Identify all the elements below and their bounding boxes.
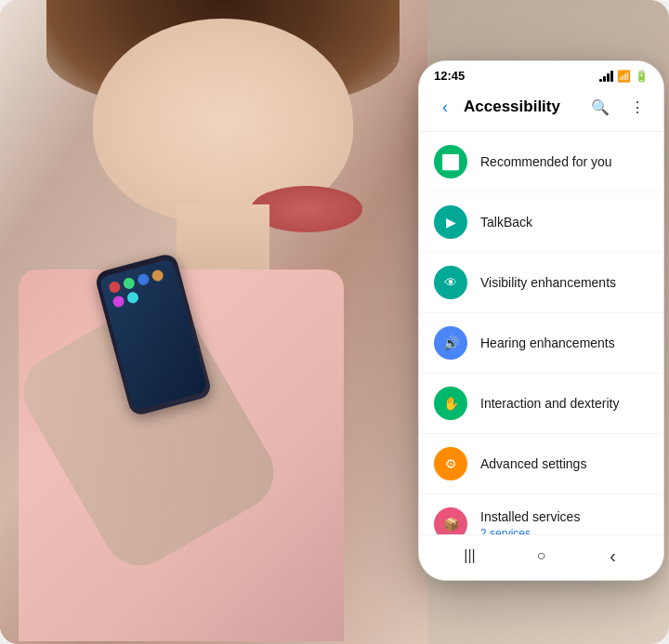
back-nav-icon: ‹ xyxy=(610,545,616,567)
person-photo xyxy=(0,0,427,644)
menu-item-talkback[interactable]: ▶ TalkBack xyxy=(419,192,663,253)
advanced-icon: ⚙ xyxy=(434,447,467,480)
face xyxy=(93,19,353,223)
header: ‹ Accessibility 🔍 ⋮ xyxy=(419,86,663,132)
menu-item-hearing[interactable]: 🔊 Hearing enhancements xyxy=(419,313,663,374)
installed-icon-char: 📦 xyxy=(443,517,459,532)
installed-icon: 📦 xyxy=(434,507,467,534)
dot-pink xyxy=(112,295,125,309)
background: 12:45 📶 🔋 ‹ Accessibility xyxy=(0,0,669,644)
back-nav-button[interactable]: ‹ xyxy=(602,545,624,567)
menu-item-installed[interactable]: 📦 Installed services 2 services xyxy=(419,494,663,534)
page-title: Accessibility xyxy=(464,98,585,116)
home-icon: ○ xyxy=(537,547,546,564)
advanced-content: Advanced settings xyxy=(480,455,649,472)
signal-icon xyxy=(599,71,613,82)
advanced-label: Advanced settings xyxy=(480,455,649,472)
visibility-label: Visibility enhancements xyxy=(480,274,649,291)
recommended-icon: ♿ xyxy=(434,145,467,178)
wifi-icon: 📶 xyxy=(617,70,631,83)
hearing-icon: 🔊 xyxy=(434,326,467,360)
installed-content: Installed services 2 services xyxy=(480,508,649,534)
menu-item-interaction[interactable]: ✋ Interaction and dexterity xyxy=(419,374,663,434)
menu-item-recommended[interactable]: ♿ Recommended for you xyxy=(419,132,663,192)
interaction-icon: ✋ xyxy=(434,387,467,420)
talkback-icon-char: ▶ xyxy=(446,215,456,230)
signal-bar-3 xyxy=(607,73,610,82)
back-button[interactable]: ‹ xyxy=(430,92,460,122)
talkback-icon: ▶ xyxy=(434,205,467,239)
interaction-icon-char: ✋ xyxy=(443,396,459,411)
interaction-content: Interaction and dexterity xyxy=(480,395,649,412)
talkback-label: TalkBack xyxy=(480,214,649,230)
battery-icon: 🔋 xyxy=(635,70,649,83)
signal-bar-4 xyxy=(610,71,613,82)
more-icon: ⋮ xyxy=(630,99,645,116)
status-time: 12:45 xyxy=(434,69,465,83)
header-actions: 🔍 ⋮ xyxy=(585,92,652,122)
dot-blue xyxy=(137,272,151,286)
recommended-content: Recommended for you xyxy=(480,153,649,170)
nav-bar: ||| ○ ‹ xyxy=(419,534,663,580)
dot-cyan xyxy=(126,291,140,305)
hearing-label: Hearing enhancements xyxy=(480,335,649,351)
recommended-icon-char: ♿ xyxy=(441,153,460,171)
recent-apps-icon: ||| xyxy=(464,547,475,564)
talkback-content: TalkBack xyxy=(480,214,649,230)
visibility-icon: 👁 xyxy=(434,266,467,299)
hearing-content: Hearing enhancements xyxy=(480,335,649,351)
signal-bar-2 xyxy=(603,76,606,82)
visibility-content: Visibility enhancements xyxy=(480,274,649,291)
menu-item-advanced[interactable]: ⚙ Advanced settings xyxy=(419,434,663,494)
installed-label: Installed services xyxy=(480,508,649,525)
phone-mockup: 12:45 📶 🔋 ‹ Accessibility xyxy=(418,60,664,581)
search-icon: 🔍 xyxy=(591,99,610,116)
recent-apps-button[interactable]: ||| xyxy=(459,545,481,567)
advanced-icon-char: ⚙ xyxy=(445,456,457,471)
installed-sublabel: 2 services xyxy=(480,527,649,534)
signal-bar-1 xyxy=(599,79,602,82)
menu-list: ♿ Recommended for you ▶ TalkBack xyxy=(419,132,663,534)
back-icon: ‹ xyxy=(442,98,448,117)
menu-item-visibility[interactable]: 👁 Visibility enhancements xyxy=(419,253,663,313)
interaction-label: Interaction and dexterity xyxy=(480,395,649,412)
dot-green xyxy=(122,277,136,291)
status-bar: 12:45 📶 🔋 xyxy=(419,61,663,86)
more-button[interactable]: ⋮ xyxy=(623,92,652,122)
dot-red xyxy=(108,281,122,295)
visibility-icon-char: 👁 xyxy=(444,275,457,290)
status-icons: 📶 🔋 xyxy=(599,70,649,83)
recommended-label: Recommended for you xyxy=(480,153,649,170)
dot-orange xyxy=(151,269,164,283)
phone-content: 12:45 📶 🔋 ‹ Accessibility xyxy=(419,61,663,580)
held-phone-dots xyxy=(98,258,183,318)
neck xyxy=(177,204,269,279)
hearing-icon-char: 🔊 xyxy=(443,335,459,350)
home-button[interactable]: ○ xyxy=(531,545,553,567)
search-button[interactable]: 🔍 xyxy=(585,92,615,122)
